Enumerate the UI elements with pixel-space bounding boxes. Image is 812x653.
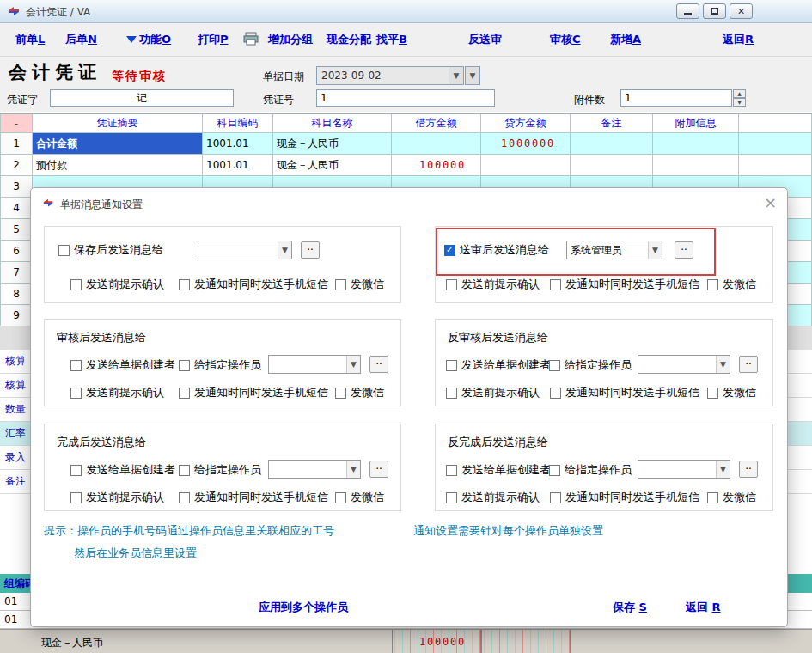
uncomplete-operator-select[interactable]: ▼	[638, 460, 730, 479]
submit-operator-select[interactable]: 系统管理员▼	[566, 241, 662, 259]
debit-cell[interactable]: 100000	[392, 155, 481, 176]
chevron-down-icon[interactable]: ▼	[449, 67, 463, 84]
row-number[interactable]: 6	[0, 241, 33, 262]
save-confirm-checkbox[interactable]: 发送前提示确认	[70, 277, 164, 292]
submit-wechat-checkbox[interactable]: 发微信	[707, 277, 756, 292]
submit-sms-checkbox[interactable]: 发通知时同时发送手机短信	[550, 277, 699, 292]
complete-sms-checkbox[interactable]: 发通知时同时发送手机短信	[179, 490, 328, 505]
col-header-debit[interactable]: 借方金额	[392, 114, 481, 133]
col-header-credit[interactable]: 贷方金额	[481, 114, 571, 133]
row-number[interactable]: 2	[0, 155, 33, 176]
voucher-word-input[interactable]	[50, 89, 234, 107]
checkbox-icon	[179, 492, 190, 503]
printer-icon[interactable]	[242, 32, 259, 49]
attachment-input[interactable]	[620, 89, 732, 107]
save-more-button[interactable]: ..	[301, 241, 320, 259]
complete-wechat-checkbox[interactable]: 发微信	[335, 490, 384, 505]
audit-send-creator-checkbox[interactable]: 发送给单据创建者	[70, 357, 175, 373]
note-cell[interactable]	[571, 155, 653, 176]
new-button[interactable]: 新增A	[610, 32, 641, 47]
unaudit-confirm-checkbox[interactable]: 发送前提示确认	[446, 385, 540, 400]
audit-assign-operator-checkbox[interactable]: 给指定操作员	[179, 357, 261, 373]
row-number[interactable]: 9	[0, 305, 33, 326]
dialog-return-button[interactable]: 返回 R	[686, 600, 721, 615]
unaudit-assign-operator-checkbox[interactable]: 给指定操作员	[549, 357, 632, 373]
complete-confirm-checkbox[interactable]: 发送前提示确认	[70, 490, 164, 505]
col-header-extra[interactable]: 附加信息	[653, 114, 739, 133]
account-code-cell[interactable]: 1001.01	[203, 155, 273, 176]
save-notify-checkbox[interactable]: 保存后发送消息给	[58, 242, 163, 258]
col-header-note[interactable]: 备注	[571, 114, 653, 133]
submit-confirm-checkbox[interactable]: 发送前提示确认	[446, 277, 540, 292]
audit-sms-checkbox[interactable]: 发通知时同时发送手机短信	[179, 385, 328, 400]
audit-more-button[interactable]: ..	[369, 356, 388, 373]
minimize-button[interactable]	[676, 3, 699, 19]
complete-send-creator-checkbox[interactable]: 发送给单据创建者	[70, 462, 175, 478]
save-operator-select[interactable]: ▼	[198, 241, 292, 259]
uncomplete-wechat-checkbox[interactable]: 发微信	[707, 490, 756, 505]
step-down-icon[interactable]: ▼	[733, 98, 746, 107]
col-header-num[interactable]: -	[0, 114, 33, 133]
uncomplete-sms-checkbox[interactable]: 发通知时同时发送手机短信	[550, 490, 699, 505]
col-header-summary[interactable]: 凭证摘要	[33, 114, 203, 133]
extra-cell[interactable]	[653, 133, 739, 155]
close-button[interactable]: ✕	[730, 3, 753, 19]
dialog-save-button[interactable]: 保存 S	[613, 600, 647, 615]
uncomplete-send-creator-checkbox[interactable]: 发送给单据创建者	[446, 462, 551, 478]
date-dropdown-button[interactable]: ▼	[465, 66, 480, 85]
uncomplete-more-button[interactable]: ..	[739, 461, 758, 478]
cash-allocate-button[interactable]: 现金分配	[327, 32, 371, 47]
debit-cell[interactable]	[392, 133, 481, 155]
audit-wechat-checkbox[interactable]: 发微信	[335, 385, 384, 400]
row-number[interactable]: 8	[0, 284, 33, 305]
submit-more-button[interactable]: ..	[675, 241, 693, 259]
save-wechat-checkbox[interactable]: 发微信	[335, 277, 384, 292]
step-up-icon[interactable]: ▲	[733, 89, 746, 98]
voucher-no-input[interactable]	[316, 89, 495, 107]
prev-voucher-button[interactable]: 前单L	[15, 32, 45, 47]
cancel-submit-button[interactable]: 反送审	[468, 32, 502, 47]
complete-assign-operator-checkbox[interactable]: 给指定操作员	[179, 462, 261, 478]
uncomplete-assign-operator-checkbox[interactable]: 给指定操作员	[549, 462, 632, 478]
add-group-button[interactable]: 增加分组	[268, 32, 313, 47]
credit-cell[interactable]: 1000000	[481, 133, 571, 155]
audit-operator-select[interactable]: ▼	[268, 355, 361, 374]
col-header-name[interactable]: 科目名称	[273, 114, 392, 133]
save-sms-checkbox[interactable]: 发通知时同时发送手机短信	[179, 277, 328, 292]
account-name-cell[interactable]: 现金－人民币	[273, 133, 392, 155]
function-button[interactable]: 功能O	[139, 32, 171, 47]
unaudit-wechat-checkbox[interactable]: 发微信	[707, 385, 756, 400]
next-voucher-button[interactable]: 后单N	[65, 32, 97, 47]
attachment-stepper[interactable]: ▲ ▼	[733, 89, 746, 107]
unaudit-operator-select[interactable]: ▼	[638, 355, 730, 374]
note-cell[interactable]	[571, 133, 653, 155]
maximize-button[interactable]	[703, 3, 726, 19]
submit-notify-checkbox[interactable]: 送审后发送消息给	[444, 242, 549, 258]
row-number[interactable]: 1	[0, 133, 33, 155]
unaudit-send-creator-checkbox[interactable]: 发送给单据创建者	[446, 357, 551, 373]
row-number[interactable]: 4	[0, 198, 33, 219]
apply-to-multiple-button[interactable]: 应用到多个操作员	[259, 600, 348, 615]
col-header-code[interactable]: 科目编码	[203, 114, 273, 133]
credit-cell[interactable]	[481, 155, 571, 176]
return-button[interactable]: 返回R	[723, 32, 754, 47]
complete-more-button[interactable]: ..	[369, 461, 388, 478]
unaudit-more-button[interactable]: ..	[739, 356, 758, 373]
summary-cell-selected[interactable]: 合计金额	[33, 133, 203, 155]
date-picker[interactable]: 2023-09-02 ▼	[316, 66, 464, 85]
audit-button[interactable]: 审核C	[550, 32, 581, 47]
audit-confirm-checkbox[interactable]: 发送前提示确认	[70, 385, 164, 400]
dialog-close-icon[interactable]: ×	[764, 193, 777, 211]
balance-button[interactable]: 找平B	[376, 32, 407, 47]
summary-cell[interactable]: 预付款	[33, 155, 203, 176]
account-code-cell[interactable]: 1001.01	[203, 133, 273, 155]
extra-cell[interactable]	[653, 155, 739, 176]
uncomplete-confirm-checkbox[interactable]: 发送前提示确认	[446, 490, 540, 505]
unaudit-sms-checkbox[interactable]: 发通知时同时发送手机短信	[550, 385, 699, 400]
complete-operator-select[interactable]: ▼	[268, 460, 361, 479]
row-number[interactable]: 3	[0, 176, 33, 198]
row-number[interactable]: 7	[0, 262, 33, 284]
row-number[interactable]: 5	[0, 219, 33, 241]
account-name-cell[interactable]: 现金－人民币	[273, 155, 392, 176]
print-button[interactable]: 打印P	[198, 32, 229, 47]
